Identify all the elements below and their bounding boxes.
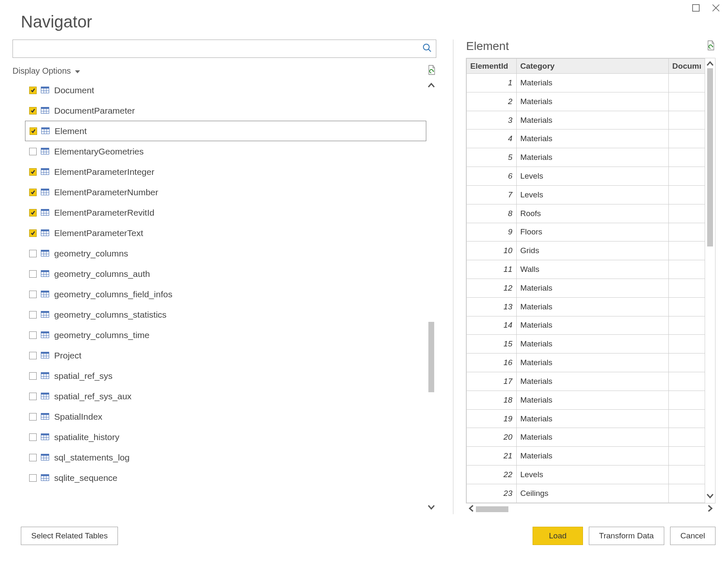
table-row[interactable]: 22Levels bbox=[467, 465, 705, 484]
table-row[interactable]: 5Materials bbox=[467, 148, 705, 167]
chevron-right-icon[interactable] bbox=[707, 505, 713, 514]
table-row[interactable]: 13Materials bbox=[467, 297, 705, 316]
table-row[interactable]: 19Materials bbox=[467, 409, 705, 428]
table-row[interactable]: 10Grids bbox=[467, 241, 705, 260]
table-row[interactable]: 15Materials bbox=[467, 335, 705, 353]
checkbox[interactable] bbox=[29, 331, 37, 339]
preview-title: Element bbox=[466, 40, 509, 53]
tree-item-table[interactable]: sql_statements_log bbox=[25, 447, 426, 468]
table-row[interactable]: 14Materials bbox=[467, 316, 705, 335]
table-row[interactable]: 11Walls bbox=[467, 260, 705, 279]
tree-item-table[interactable]: Project bbox=[25, 345, 426, 366]
tree-item-table[interactable]: geometry_columns_statistics bbox=[25, 304, 426, 325]
column-header[interactable]: ElementId bbox=[467, 59, 517, 74]
checkbox[interactable] bbox=[29, 87, 37, 94]
transform-data-button[interactable]: Transform Data bbox=[589, 527, 664, 545]
table-icon bbox=[41, 289, 54, 299]
table-row[interactable]: 2Materials bbox=[467, 92, 705, 111]
table-row[interactable]: 18Materials bbox=[467, 391, 705, 409]
checkbox[interactable] bbox=[29, 372, 37, 380]
table-row[interactable]: 6Levels bbox=[467, 167, 705, 186]
checkbox[interactable] bbox=[29, 413, 37, 421]
tree-item-table[interactable]: SpatialIndex bbox=[25, 406, 426, 427]
tree-item-label: ElementParameterRevitId bbox=[54, 208, 154, 218]
preview-scrollbar-v[interactable] bbox=[705, 58, 715, 503]
checkbox[interactable] bbox=[29, 229, 37, 237]
checkbox[interactable] bbox=[29, 189, 37, 196]
checkbox[interactable] bbox=[29, 148, 37, 155]
select-related-tables-button[interactable]: Select Related Tables bbox=[21, 527, 118, 545]
tree-item-table[interactable]: ElementaryGeometries bbox=[25, 141, 426, 162]
table-row[interactable]: 20Materials bbox=[467, 428, 705, 447]
load-button[interactable]: Load bbox=[533, 527, 583, 545]
tree-item-table[interactable]: geometry_columns_field_infos bbox=[25, 284, 426, 304]
checkbox[interactable] bbox=[29, 393, 37, 400]
tree-item-table[interactable]: Document bbox=[25, 80, 426, 100]
chevron-left-icon[interactable] bbox=[468, 505, 474, 514]
table-row[interactable]: 1Materials bbox=[467, 74, 705, 92]
checkbox[interactable] bbox=[29, 107, 37, 115]
search-box[interactable] bbox=[13, 40, 436, 58]
checkbox[interactable] bbox=[29, 454, 37, 461]
search-icon[interactable] bbox=[423, 43, 432, 54]
display-options-dropdown[interactable]: Display Options bbox=[13, 66, 80, 76]
table-row[interactable]: 4Materials bbox=[467, 129, 705, 148]
search-input[interactable] bbox=[17, 44, 423, 54]
tree-item-table[interactable]: geometry_columns bbox=[25, 243, 426, 264]
checkbox[interactable] bbox=[29, 433, 37, 441]
table-row[interactable]: 12Materials bbox=[467, 279, 705, 297]
checkbox[interactable] bbox=[29, 270, 37, 278]
chevron-down-icon[interactable] bbox=[428, 504, 435, 512]
checkbox[interactable] bbox=[29, 168, 37, 176]
column-header[interactable]: Documı bbox=[669, 59, 705, 74]
checkbox[interactable] bbox=[29, 311, 37, 319]
cell-category: Materials bbox=[517, 372, 669, 391]
maximize-icon[interactable] bbox=[692, 4, 700, 13]
table-row[interactable]: 17Materials bbox=[467, 372, 705, 391]
display-options-label: Display Options bbox=[13, 66, 71, 76]
cell-elementid: 18 bbox=[467, 391, 517, 409]
table-row[interactable]: 7Levels bbox=[467, 185, 705, 204]
table-row[interactable]: 21Materials bbox=[467, 447, 705, 465]
cancel-button[interactable]: Cancel bbox=[670, 527, 715, 545]
preview-scrollbar-h[interactable] bbox=[466, 504, 715, 514]
column-header[interactable]: Category bbox=[517, 59, 669, 74]
tree-scrollbar[interactable] bbox=[426, 80, 436, 514]
tree-item-table[interactable]: ElementParameterNumber bbox=[25, 182, 426, 202]
table-row[interactable]: 23Ceilings bbox=[467, 484, 705, 503]
tree-item-table[interactable]: Element bbox=[25, 121, 426, 141]
tree-item-table[interactable]: spatial_ref_sys_aux bbox=[25, 386, 426, 406]
cell-document bbox=[669, 92, 705, 111]
table-row[interactable]: 9Floors bbox=[467, 223, 705, 241]
cell-elementid: 19 bbox=[467, 409, 517, 428]
tree-item-table[interactable]: spatial_ref_sys bbox=[25, 366, 426, 386]
tree-item-table[interactable]: ElementParameterRevitId bbox=[25, 202, 426, 223]
close-icon[interactable] bbox=[712, 4, 720, 13]
scroll-thumb[interactable] bbox=[707, 68, 713, 246]
checkbox[interactable] bbox=[29, 291, 37, 298]
tree-item-table[interactable]: sqlite_sequence bbox=[25, 468, 426, 488]
checkbox[interactable] bbox=[29, 352, 37, 359]
tree-item-table[interactable]: geometry_columns_time bbox=[25, 325, 426, 345]
checkbox[interactable] bbox=[30, 127, 37, 135]
table-row[interactable]: 3Materials bbox=[467, 111, 705, 129]
tree-item-table[interactable]: ElementParameterInteger bbox=[25, 162, 426, 182]
chevron-down-icon[interactable] bbox=[706, 493, 714, 500]
table-row[interactable]: 8Roofs bbox=[467, 204, 705, 223]
tree-item-table[interactable]: DocumentParameter bbox=[25, 100, 426, 121]
checkbox[interactable] bbox=[29, 474, 37, 482]
tree-item-table[interactable]: ElementParameterText bbox=[25, 223, 426, 243]
chevron-up-icon[interactable] bbox=[428, 82, 435, 90]
scroll-thumb[interactable] bbox=[476, 506, 508, 512]
checkbox[interactable] bbox=[29, 250, 37, 257]
chevron-up-icon[interactable] bbox=[706, 61, 714, 68]
table-row[interactable]: 16Materials bbox=[467, 353, 705, 372]
checkbox[interactable] bbox=[29, 209, 37, 217]
svg-marker-107 bbox=[712, 46, 713, 47]
scroll-thumb[interactable] bbox=[428, 322, 434, 392]
cell-document bbox=[669, 185, 705, 204]
tree-item-table[interactable]: spatialite_history bbox=[25, 427, 426, 447]
tree-item-table[interactable]: geometry_columns_auth bbox=[25, 264, 426, 284]
refresh-icon[interactable] bbox=[427, 65, 436, 77]
preview-refresh-icon[interactable] bbox=[706, 40, 715, 52]
